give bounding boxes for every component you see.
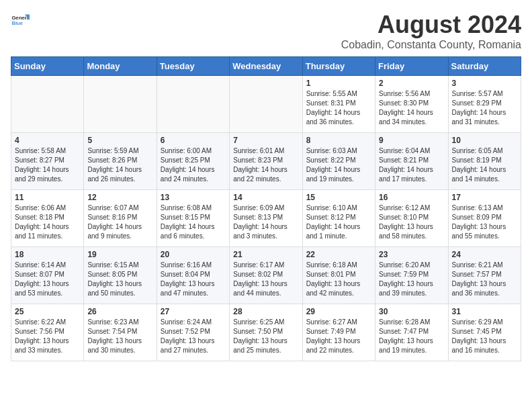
calendar-cell: 20 Sunrise: 6:16 AM Sunset: 8:04 PM Dayl…	[157, 247, 229, 304]
week-row-5: 25 Sunrise: 6:22 AM Sunset: 7:56 PM Dayl…	[11, 304, 521, 361]
calendar-cell: 27 Sunrise: 6:24 AM Sunset: 7:52 PM Dayl…	[157, 304, 229, 361]
day-number: 30	[379, 307, 444, 316]
day-info: Sunrise: 6:06 AM Sunset: 8:18 PM Dayligh…	[15, 203, 80, 241]
calendar-cell: 16 Sunrise: 6:12 AM Sunset: 8:10 PM Dayl…	[375, 190, 448, 247]
day-number: 13	[161, 193, 226, 202]
day-info: Sunrise: 6:29 AM Sunset: 7:45 PM Dayligh…	[452, 318, 517, 355]
calendar-cell: 21 Sunrise: 6:17 AM Sunset: 8:02 PM Dayl…	[230, 247, 302, 304]
day-info: Sunrise: 6:09 AM Sunset: 8:13 PM Dayligh…	[233, 203, 298, 241]
calendar-cell: 9 Sunrise: 6:04 AM Sunset: 8:21 PM Dayli…	[375, 133, 448, 190]
day-number: 29	[306, 307, 371, 316]
calendar-cell: 7 Sunrise: 6:01 AM Sunset: 8:23 PM Dayli…	[230, 133, 302, 190]
calendar-cell: 22 Sunrise: 6:18 AM Sunset: 8:01 PM Dayl…	[302, 247, 375, 304]
day-number: 6	[161, 136, 226, 145]
day-info: Sunrise: 6:28 AM Sunset: 7:47 PM Dayligh…	[379, 318, 444, 355]
calendar-cell: 18 Sunrise: 6:14 AM Sunset: 8:07 PM Dayl…	[11, 247, 84, 304]
week-row-4: 18 Sunrise: 6:14 AM Sunset: 8:07 PM Dayl…	[11, 247, 521, 304]
day-number: 15	[306, 193, 371, 202]
calendar-cell: 19 Sunrise: 6:15 AM Sunset: 8:05 PM Dayl…	[84, 247, 157, 304]
day-info: Sunrise: 6:12 AM Sunset: 8:10 PM Dayligh…	[379, 203, 444, 241]
calendar-cell: 13 Sunrise: 6:08 AM Sunset: 8:15 PM Dayl…	[157, 190, 229, 247]
day-info: Sunrise: 5:56 AM Sunset: 8:30 PM Dayligh…	[379, 89, 444, 127]
calendar-cell: 2 Sunrise: 5:56 AM Sunset: 8:30 PM Dayli…	[375, 76, 448, 133]
header-day-friday: Friday	[375, 57, 448, 76]
day-info: Sunrise: 5:58 AM Sunset: 8:27 PM Dayligh…	[15, 146, 80, 184]
header: General Blue August 2024 Cobadin, Consta…	[11, 11, 521, 51]
logo-icon: General Blue	[11, 11, 30, 30]
calendar-cell: 4 Sunrise: 5:58 AM Sunset: 8:27 PM Dayli…	[11, 133, 84, 190]
day-info: Sunrise: 6:01 AM Sunset: 8:23 PM Dayligh…	[233, 146, 298, 184]
calendar-cell	[84, 76, 157, 133]
calendar-cell: 10 Sunrise: 6:05 AM Sunset: 8:19 PM Dayl…	[448, 133, 521, 190]
day-number: 10	[452, 136, 517, 145]
header-day-wednesday: Wednesday	[230, 57, 302, 76]
calendar-cell: 15 Sunrise: 6:10 AM Sunset: 8:12 PM Dayl…	[302, 190, 375, 247]
day-number: 4	[15, 136, 80, 145]
day-number: 18	[15, 250, 80, 259]
calendar-table: SundayMondayTuesdayWednesdayThursdayFrid…	[11, 56, 521, 361]
calendar-cell: 28 Sunrise: 6:25 AM Sunset: 7:50 PM Dayl…	[230, 304, 302, 361]
day-info: Sunrise: 6:18 AM Sunset: 8:01 PM Dayligh…	[306, 261, 371, 298]
calendar-cell: 6 Sunrise: 6:00 AM Sunset: 8:25 PM Dayli…	[157, 133, 229, 190]
calendar-cell: 17 Sunrise: 6:13 AM Sunset: 8:09 PM Dayl…	[448, 190, 521, 247]
day-info: Sunrise: 6:05 AM Sunset: 8:19 PM Dayligh…	[452, 146, 517, 184]
calendar-cell: 23 Sunrise: 6:20 AM Sunset: 7:59 PM Dayl…	[375, 247, 448, 304]
day-info: Sunrise: 5:55 AM Sunset: 8:31 PM Dayligh…	[306, 89, 371, 127]
day-info: Sunrise: 6:20 AM Sunset: 7:59 PM Dayligh…	[379, 261, 444, 298]
day-info: Sunrise: 6:22 AM Sunset: 7:56 PM Dayligh…	[15, 318, 80, 355]
calendar-cell	[11, 76, 84, 133]
day-info: Sunrise: 6:24 AM Sunset: 7:52 PM Dayligh…	[161, 318, 226, 355]
logo: General Blue	[11, 11, 30, 30]
day-number: 7	[233, 136, 298, 145]
day-number: 26	[87, 307, 152, 316]
calendar-cell: 29 Sunrise: 6:27 AM Sunset: 7:49 PM Dayl…	[302, 304, 375, 361]
day-number: 31	[452, 307, 517, 316]
day-number: 20	[161, 250, 226, 259]
day-number: 24	[452, 250, 517, 259]
day-number: 21	[233, 250, 298, 259]
main-title: August 2024	[341, 11, 521, 39]
header-day-thursday: Thursday	[302, 57, 375, 76]
calendar-cell	[157, 76, 229, 133]
calendar-cell: 26 Sunrise: 6:23 AM Sunset: 7:54 PM Dayl…	[84, 304, 157, 361]
day-number: 9	[379, 136, 444, 145]
calendar-cell: 31 Sunrise: 6:29 AM Sunset: 7:45 PM Dayl…	[448, 304, 521, 361]
day-info: Sunrise: 6:14 AM Sunset: 8:07 PM Dayligh…	[15, 261, 80, 298]
day-info: Sunrise: 5:57 AM Sunset: 8:29 PM Dayligh…	[452, 89, 517, 127]
calendar-cell: 12 Sunrise: 6:07 AM Sunset: 8:16 PM Dayl…	[84, 190, 157, 247]
week-row-2: 4 Sunrise: 5:58 AM Sunset: 8:27 PM Dayli…	[11, 133, 521, 190]
calendar-cell: 1 Sunrise: 5:55 AM Sunset: 8:31 PM Dayli…	[302, 76, 375, 133]
week-row-3: 11 Sunrise: 6:06 AM Sunset: 8:18 PM Dayl…	[11, 190, 521, 247]
title-area: August 2024 Cobadin, Constanta County, R…	[341, 11, 521, 51]
calendar-cell: 5 Sunrise: 5:59 AM Sunset: 8:26 PM Dayli…	[84, 133, 157, 190]
calendar-cell: 11 Sunrise: 6:06 AM Sunset: 8:18 PM Dayl…	[11, 190, 84, 247]
header-day-saturday: Saturday	[448, 57, 521, 76]
day-number: 17	[452, 193, 517, 202]
day-info: Sunrise: 6:00 AM Sunset: 8:25 PM Dayligh…	[161, 146, 226, 184]
day-number: 12	[87, 193, 152, 202]
day-info: Sunrise: 6:08 AM Sunset: 8:15 PM Dayligh…	[161, 203, 226, 241]
calendar-cell	[230, 76, 302, 133]
day-number: 14	[233, 193, 298, 202]
day-info: Sunrise: 6:13 AM Sunset: 8:09 PM Dayligh…	[452, 203, 517, 241]
calendar-cell: 8 Sunrise: 6:03 AM Sunset: 8:22 PM Dayli…	[302, 133, 375, 190]
day-number: 8	[306, 136, 371, 145]
day-number: 3	[452, 79, 517, 88]
day-info: Sunrise: 6:16 AM Sunset: 8:04 PM Dayligh…	[161, 261, 226, 298]
day-info: Sunrise: 6:27 AM Sunset: 7:49 PM Dayligh…	[306, 318, 371, 355]
week-row-1: 1 Sunrise: 5:55 AM Sunset: 8:31 PM Dayli…	[11, 76, 521, 133]
day-number: 5	[87, 136, 152, 145]
day-info: Sunrise: 6:15 AM Sunset: 8:05 PM Dayligh…	[87, 261, 152, 298]
header-day-tuesday: Tuesday	[157, 57, 229, 76]
day-info: Sunrise: 6:03 AM Sunset: 8:22 PM Dayligh…	[306, 146, 371, 184]
svg-text:Blue: Blue	[11, 20, 23, 26]
calendar-cell: 3 Sunrise: 5:57 AM Sunset: 8:29 PM Dayli…	[448, 76, 521, 133]
day-number: 27	[161, 307, 226, 316]
day-info: Sunrise: 6:10 AM Sunset: 8:12 PM Dayligh…	[306, 203, 371, 241]
day-info: Sunrise: 6:04 AM Sunset: 8:21 PM Dayligh…	[379, 146, 444, 184]
day-number: 25	[15, 307, 80, 316]
day-info: Sunrise: 6:25 AM Sunset: 7:50 PM Dayligh…	[233, 318, 298, 355]
day-number: 11	[15, 193, 80, 202]
day-number: 23	[379, 250, 444, 259]
calendar-cell: 25 Sunrise: 6:22 AM Sunset: 7:56 PM Dayl…	[11, 304, 84, 361]
